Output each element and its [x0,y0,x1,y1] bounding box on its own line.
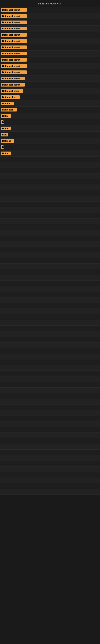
result-row: Bott [0,132,100,138]
empty-row [0,275,100,280]
empty-row [0,342,100,348]
result-row: Bottleneck resu [0,88,100,94]
bottleneck-badge[interactable]: Bottleneck result [1,64,27,68]
empty-row [0,185,100,190]
empty-row [0,438,100,444]
empty-row [0,365,100,371]
result-row: Bottleneck result [0,7,100,13]
bottleneck-badge[interactable]: Bottle [1,152,11,155]
empty-row [0,179,100,185]
empty-row [0,241,100,247]
empty-row [0,388,100,393]
bottleneck-badge[interactable]: Bottlens [1,139,14,143]
empty-row [0,348,100,354]
empty-row [0,168,100,174]
empty-row [0,410,100,416]
empty-row [0,196,100,202]
bottleneck-badge[interactable]: Bott [1,133,8,136]
empty-row [0,461,100,466]
bottleneck-badge[interactable]: Bottleneck result [1,58,27,62]
bottleneck-badge[interactable]: Bottleneck resu [1,89,23,93]
empty-row [0,298,100,303]
empty-row [0,326,100,331]
empty-row [0,371,100,376]
empty-row [0,484,100,489]
empty-row [0,202,100,207]
empty-row [0,422,100,427]
empty-row [0,360,100,365]
empty-row [0,354,100,360]
empty-row [0,478,100,484]
bottleneck-badge[interactable]: Bottleneck result [1,8,27,12]
bottleneck-badge[interactable]: Bottleneck result [1,70,27,74]
bottleneck-badge[interactable]: Bottleneck result [1,52,27,55]
empty-row [0,416,100,422]
result-row: B [0,144,100,150]
bottleneck-badge[interactable]: Bottlen [1,102,14,105]
bottleneck-badge[interactable]: Bottleneck result [1,39,27,43]
empty-row [0,337,100,342]
site-header: TheBottlenecker.com [0,0,100,6]
result-row: Bottleneck result [0,69,100,76]
empty-row [0,269,100,275]
empty-row [0,292,100,298]
bottleneck-badge[interactable]: Bottleneck result [1,33,27,37]
result-row: Bottleneck result [0,38,100,44]
empty-row [0,218,100,224]
bottleneck-badge[interactable]: Bottle [1,114,11,118]
bottleneck-badge[interactable]: Bottleneck [1,108,17,112]
empty-row [0,489,100,495]
empty-row [0,393,100,399]
empty-row [0,190,100,196]
empty-row [0,472,100,478]
bottleneck-badge[interactable]: Bottleneck result [1,83,25,86]
bottleneck-badge[interactable]: Bottle [1,126,11,130]
result-row: Bottleneck result [0,76,100,82]
result-row: B [0,119,100,126]
empty-row [0,382,100,388]
bottleneck-badge[interactable]: Bottleneck result [1,27,27,30]
empty-row [0,433,100,438]
result-row: Bottleneck result [0,57,100,63]
bottleneck-badge[interactable]: Bottleneck result [1,20,27,24]
result-row: Bottleneck result [0,44,100,50]
empty-row [0,258,100,264]
result-row: Bottleneck result [0,50,100,57]
empty-row [0,404,100,410]
results-container: Bottleneck resultBottleneck resultBottle… [0,6,100,495]
empty-row [0,455,100,461]
result-row: Bottleneck result [0,63,100,69]
empty-row [0,207,100,213]
bottleneck-badge[interactable]: B [1,145,3,149]
empty-row [0,450,100,455]
empty-row [0,320,100,326]
result-row: Bottleneck result [0,82,100,88]
result-row: Bottleneck [0,107,100,113]
empty-row [0,252,100,258]
bottleneck-badge[interactable]: Bottleneck r [1,96,20,99]
empty-row [0,331,100,337]
empty-row [0,427,100,433]
empty-row [0,399,100,404]
result-row: Bottleneck result [0,26,100,32]
result-row: Bottlen [0,100,100,107]
bottleneck-badge[interactable]: Bottleneck result [1,14,27,18]
site-title: TheBottlenecker.com [38,2,62,5]
empty-row [0,280,100,286]
empty-row [0,247,100,252]
empty-row [0,162,100,168]
empty-row [0,309,100,314]
empty-row [0,236,100,241]
bottleneck-badge[interactable]: B [1,120,3,124]
result-row: Bottle [0,126,100,132]
empty-row [0,376,100,382]
page-wrapper: TheBottlenecker.com Bottleneck resultBot… [0,0,100,495]
result-row: Bottlens [0,138,100,144]
empty-row [0,213,100,218]
result-row: Bottleneck result [0,32,100,38]
empty-row [0,314,100,320]
bottleneck-badge[interactable]: Bottleneck result [1,46,27,49]
empty-row [0,156,100,162]
bottleneck-badge[interactable]: Bottleneck result [1,77,25,80]
result-row: Bottle [0,113,100,119]
